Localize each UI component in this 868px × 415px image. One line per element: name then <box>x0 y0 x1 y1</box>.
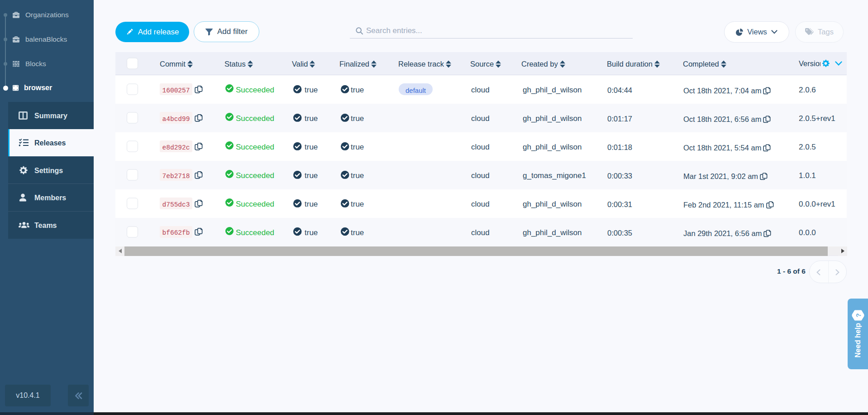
svg-text:?: ? <box>854 313 862 317</box>
